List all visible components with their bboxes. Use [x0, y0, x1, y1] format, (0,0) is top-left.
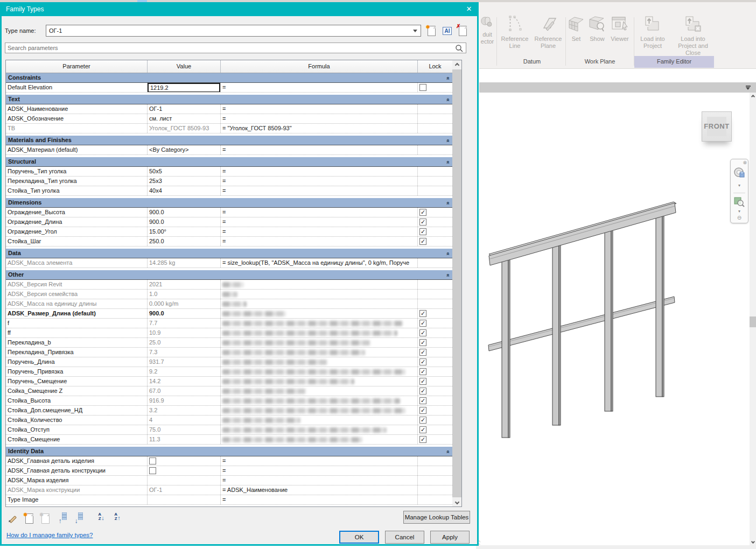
- formula-cell[interactable]: =: [221, 217, 418, 227]
- formula-cell[interactable]: =: [221, 495, 418, 504]
- formula-cell[interactable]: =: [221, 186, 418, 195]
- section-header[interactable]: Identity Data»: [6, 447, 452, 456]
- viewer-button[interactable]: Viewer: [608, 15, 631, 56]
- formula-cell[interactable]: =: [221, 177, 418, 186]
- formula-cell[interactable]: [221, 425, 418, 434]
- search-parameters-input[interactable]: Search parameters: [5, 43, 466, 53]
- move-parameter-down-button[interactable]: ↓: [72, 512, 85, 525]
- lock-checkbox[interactable]: [149, 458, 156, 464]
- column-header-formula[interactable]: Formula: [221, 60, 418, 73]
- scroll-down-button[interactable]: [452, 497, 461, 506]
- dialog-titlebar[interactable]: Family Types ✕: [0, 2, 479, 16]
- lock-checkbox[interactable]: ✓: [419, 339, 426, 346]
- formula-cell[interactable]: =: [221, 83, 418, 92]
- scroll-up-button[interactable]: [452, 60, 461, 69]
- section-header[interactable]: Data»: [6, 249, 452, 258]
- column-header-lock[interactable]: Lock: [418, 60, 452, 73]
- value-input-focused[interactable]: 1219.2: [148, 83, 220, 92]
- value-cell[interactable]: 50x5: [148, 167, 221, 176]
- value-cell[interactable]: 1.0: [148, 290, 221, 299]
- collapse-section-icon[interactable]: »: [443, 139, 452, 142]
- value-cell[interactable]: 900.0: [148, 208, 221, 217]
- lock-checkbox[interactable]: ✓: [419, 238, 426, 245]
- manage-lookup-tables-button[interactable]: Manage Lookup Tables: [403, 511, 470, 524]
- value-cell[interactable]: [148, 456, 221, 466]
- section-header[interactable]: Text»: [6, 95, 452, 104]
- value-cell[interactable]: <By Category>: [148, 145, 221, 154]
- close-icon[interactable]: ✕: [465, 5, 473, 13]
- wheel-menu-caret-icon[interactable]: ▾: [731, 183, 748, 188]
- collapse-section-icon[interactable]: »: [443, 201, 452, 205]
- zoom-menu-caret-icon[interactable]: ▾: [731, 209, 748, 214]
- column-header-parameter[interactable]: Parameter: [6, 60, 148, 73]
- lock-checkbox[interactable]: ✓: [419, 209, 426, 216]
- formula-cell[interactable]: [221, 348, 418, 357]
- lock-checkbox[interactable]: ✓: [419, 228, 426, 235]
- value-cell[interactable]: 40x4: [148, 186, 221, 195]
- collapse-view-bar-icon[interactable]: [746, 86, 751, 90]
- formula-cell[interactable]: [221, 416, 418, 425]
- formula-cell[interactable]: =: [221, 145, 418, 154]
- formula-cell[interactable]: [221, 396, 418, 405]
- conduit-connector-button-partial[interactable]: duit ector: [479, 15, 495, 56]
- value-cell[interactable]: 14.285 kg: [148, 258, 221, 268]
- section-header[interactable]: Materials and Finishes»: [6, 136, 452, 145]
- scroll-down-button[interactable]: [750, 538, 756, 545]
- delete-type-button[interactable]: ✗: [457, 25, 469, 37]
- value-cell[interactable]: 9.2: [148, 367, 221, 376]
- value-cell[interactable]: 900.0: [148, 217, 221, 227]
- formula-cell[interactable]: =: [221, 167, 418, 176]
- collapse-section-icon[interactable]: »: [443, 273, 452, 277]
- formula-cell[interactable]: =: [221, 476, 418, 485]
- scrollbar-thumb[interactable]: [750, 316, 756, 327]
- section-header[interactable]: Dimensions»: [6, 198, 452, 208]
- view-cube[interactable]: FRONT: [702, 111, 732, 142]
- move-parameter-up-button[interactable]: ↑: [56, 512, 69, 525]
- load-into-project-button[interactable]: Load into Project: [635, 15, 670, 56]
- edit-parameter-button[interactable]: [6, 512, 19, 525]
- lock-checkbox[interactable]: [149, 467, 156, 474]
- value-cell[interactable]: 0.000 kg/m: [148, 299, 221, 308]
- value-cell[interactable]: 75.0: [148, 425, 221, 434]
- lock-checkbox[interactable]: ✓: [419, 426, 426, 433]
- value-cell[interactable]: 14.2: [148, 377, 221, 386]
- value-cell[interactable]: ОГ-1: [148, 485, 221, 495]
- section-header[interactable]: Structural»: [6, 157, 452, 167]
- formula-cell[interactable]: [221, 386, 418, 396]
- formula-cell[interactable]: [221, 406, 418, 415]
- formula-cell[interactable]: = "Уголок_ГОСТ 8509-93": [221, 124, 418, 133]
- lock-checkbox[interactable]: ✓: [419, 397, 426, 404]
- value-cell[interactable]: 3.2: [148, 406, 221, 415]
- lock-checkbox[interactable]: ✓: [419, 407, 426, 414]
- formula-cell[interactable]: [221, 367, 418, 376]
- sort-ascending-button[interactable]: AZ↓: [95, 512, 108, 525]
- new-parameter-button[interactable]: ✹: [23, 512, 36, 525]
- section-header[interactable]: Constraints»: [6, 73, 452, 83]
- lock-checkbox[interactable]: ✓: [419, 219, 426, 226]
- set-work-plane-button[interactable]: Set: [567, 15, 585, 56]
- new-type-button[interactable]: ✹: [425, 25, 438, 37]
- lock-checkbox[interactable]: ✓: [419, 388, 426, 395]
- value-cell[interactable]: ОГ-1: [148, 104, 221, 114]
- cancel-button[interactable]: Cancel: [385, 531, 424, 544]
- lock-checkbox[interactable]: ✓: [419, 417, 426, 424]
- formula-cell[interactable]: = ADSK_Наименование: [221, 485, 418, 495]
- zoom-tool-icon[interactable]: [731, 196, 748, 209]
- value-cell[interactable]: 10.9: [148, 328, 221, 337]
- drawing-area[interactable]: FRONT ⊗ ▾ ▾ ⊖: [479, 93, 750, 545]
- formula-cell[interactable]: = size_lookup(ТВ, "ADSK_Масса на единицу…: [221, 258, 418, 268]
- formula-cell[interactable]: =: [221, 208, 418, 217]
- value-cell[interactable]: 11.3: [148, 435, 221, 444]
- value-cell[interactable]: 250.0: [148, 237, 221, 246]
- value-cell[interactable]: см. лист: [148, 114, 221, 123]
- family-editor-panel-label[interactable]: Family Editor: [634, 56, 714, 68]
- formula-cell[interactable]: =: [221, 227, 418, 236]
- formula-cell[interactable]: =: [221, 466, 418, 475]
- sort-descending-button[interactable]: AZ↑: [111, 512, 124, 525]
- value-cell[interactable]: 2021: [148, 280, 221, 289]
- help-link[interactable]: How do I manage family types?: [6, 532, 93, 538]
- formula-cell[interactable]: [221, 328, 418, 337]
- lock-checkbox[interactable]: ✓: [419, 310, 426, 317]
- lock-checkbox[interactable]: ✓: [419, 358, 426, 365]
- formula-cell[interactable]: =: [221, 456, 418, 466]
